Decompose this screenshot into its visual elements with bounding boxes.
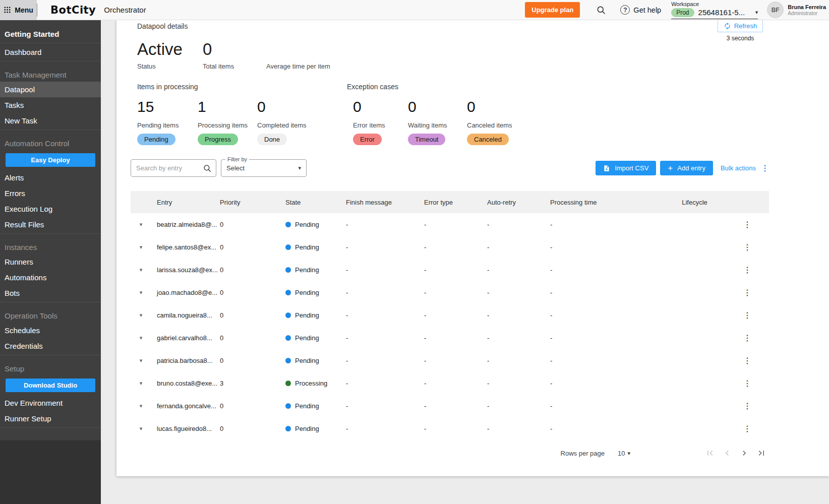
table-row[interactable]: ▾ camila.nogueira8... 0 Pending - - - - … — [131, 304, 769, 327]
table-row[interactable]: ▾ bruno.costa8@exe... 3 Processing - - -… — [131, 372, 769, 395]
top-bar: Menu BotCity Orchestrator Upgrade plan ?… — [0, 0, 829, 20]
table-row[interactable]: ▾ gabriel.carvalho8... 0 Pending - - - -… — [131, 327, 769, 349]
menu-button[interactable]: Menu — [0, 0, 37, 20]
sidebar-section-instances: Instances — [0, 235, 101, 254]
sidebar-item-schedules[interactable]: Schedules — [0, 323, 101, 338]
sidebar-item-alerts[interactable]: Alerts — [0, 170, 101, 185]
row-actions-kebab-icon[interactable]: ⋮ — [743, 289, 751, 297]
workspace-select[interactable]: Workspace Prod 25648161-5... ▾ — [671, 1, 758, 19]
row-entry: felipe.santos8@ex... — [151, 243, 214, 251]
sidebar-item-result-files[interactable]: Result Files — [0, 217, 101, 232]
refresh-interval: 3 seconds — [718, 35, 763, 42]
botcity-logo[interactable]: BotCity — [50, 4, 96, 16]
row-actions-kebab-icon[interactable]: ⋮ — [743, 266, 751, 274]
row-error-type: - — [419, 357, 482, 364]
table-row[interactable]: ▾ fernanda.goncalve... 0 Pending - - - -… — [131, 395, 769, 417]
get-help-button[interactable]: ? Get help — [620, 5, 661, 15]
sidebar-item-execution-log[interactable]: Execution Log — [0, 201, 101, 217]
row-expand-caret-icon[interactable]: ▾ — [140, 244, 143, 250]
rows-per-page-select[interactable]: 10 ▾ — [618, 450, 630, 457]
sidebar-item-errors[interactable]: Errors — [0, 185, 101, 201]
search-icon[interactable] — [596, 5, 606, 15]
row-actions-kebab-icon[interactable]: ⋮ — [743, 311, 751, 320]
status-badge-progress: Progress — [198, 134, 238, 145]
datapool-details-card: Datapool details Refresh 3 seconds Activ… — [116, 20, 829, 476]
table-row[interactable]: ▾ larissa.souza8@ex... 0 Pending - - - -… — [131, 259, 769, 281]
table-row[interactable]: ▾ felipe.santos8@ex... 0 Pending - - - -… — [131, 236, 769, 259]
first-page-button[interactable] — [705, 448, 715, 458]
row-error-type: - — [419, 266, 482, 274]
table-body: ▾ beatriz.almeida8@... 0 Pending - - - -… — [131, 213, 769, 440]
import-csv-button[interactable]: Import CSV — [596, 161, 656, 175]
row-actions-kebab-icon[interactable]: ⋮ — [743, 334, 751, 342]
user-menu[interactable]: BF Bruna Ferreira Administrator — [767, 2, 826, 18]
sidebar-item-new-task[interactable]: New Task — [0, 113, 101, 129]
row-expand-caret-icon[interactable]: ▾ — [140, 267, 143, 273]
stat-label: Completed items — [257, 121, 343, 129]
stat-error-items: 0 Error items Error — [353, 97, 408, 145]
row-actions-kebab-icon[interactable]: ⋮ — [743, 402, 751, 410]
row-expand-caret-icon[interactable]: ▾ — [140, 335, 143, 341]
app-name: Orchestrator — [104, 6, 146, 14]
state-label: Pending — [295, 243, 319, 251]
row-expand-caret-icon[interactable]: ▾ — [140, 425, 143, 431]
sidebar-item-dashboard[interactable]: Dashboard — [0, 44, 101, 60]
search-icon[interactable] — [203, 164, 212, 173]
state-label: Processing — [295, 380, 327, 387]
stat-label: Canceled items — [467, 121, 527, 129]
refresh-button[interactable]: Refresh — [718, 20, 763, 32]
row-entry: lucas.figueiredo8... — [151, 425, 214, 432]
download-studio-button[interactable]: Download Studio — [6, 379, 95, 392]
table-row[interactable]: ▾ lucas.figueiredo8... 0 Pending - - - -… — [131, 417, 769, 440]
bulk-actions-button[interactable]: Bulk actions — [721, 164, 756, 172]
row-expand-caret-icon[interactable]: ▾ — [140, 289, 143, 295]
row-state: Pending — [280, 266, 340, 274]
sidebar-item-automations[interactable]: Automations — [0, 270, 101, 285]
row-expand-caret-icon[interactable]: ▾ — [140, 312, 143, 318]
next-page-button[interactable] — [739, 448, 749, 458]
state-label: Pending — [295, 221, 319, 228]
table-row[interactable]: ▾ patricia.barbosa8... 0 Pending - - - -… — [131, 349, 769, 372]
help-icon: ? — [620, 5, 630, 15]
sidebar-item-tasks[interactable]: Tasks — [0, 97, 101, 113]
row-actions-kebab-icon[interactable]: ⋮ — [743, 425, 751, 433]
row-actions-kebab-icon[interactable]: ⋮ — [743, 357, 751, 365]
row-auto-retry: - — [482, 334, 545, 342]
last-page-button[interactable] — [756, 448, 766, 458]
add-entry-label: Add entry — [677, 164, 705, 172]
sidebar-item-bots[interactable]: Bots — [0, 285, 101, 301]
sidebar-item-runners[interactable]: Runners — [0, 254, 101, 270]
column-header-priority: Priority — [214, 199, 280, 206]
row-finish-message: - — [340, 243, 419, 251]
row-actions-kebab-icon[interactable]: ⋮ — [743, 221, 751, 229]
previous-page-button[interactable] — [722, 448, 732, 458]
search-input[interactable] — [136, 164, 203, 172]
sidebar-item-getting-started[interactable]: Getting Started — [0, 26, 101, 42]
row-actions-kebab-icon[interactable]: ⋮ — [743, 243, 751, 251]
sidebar-item-dev-environment[interactable]: Dev Environment — [0, 395, 101, 411]
sidebar-section-operation-tools: Operation Tools — [0, 303, 101, 323]
sidebar-item-datapool[interactable]: Datapool — [0, 82, 101, 97]
row-state: Pending — [280, 221, 340, 228]
row-expand-caret-icon[interactable]: ▾ — [140, 403, 143, 409]
stat-value: 0 — [467, 97, 527, 117]
row-auto-retry: - — [482, 311, 545, 319]
avg-time-value — [266, 38, 330, 60]
sidebar-divider — [0, 302, 101, 302]
add-entry-button[interactable]: + Add entry — [660, 161, 713, 175]
bulk-actions-kebab-icon[interactable]: ⋮ — [761, 164, 769, 172]
row-actions-kebab-icon[interactable]: ⋮ — [743, 380, 751, 388]
table-row[interactable]: ▾ joao.machado8@e... 0 Pending - - - - ⋮ — [131, 281, 769, 304]
table-row[interactable]: ▾ beatriz.almeida8@... 0 Pending - - - -… — [131, 213, 769, 236]
easy-deploy-button[interactable]: Easy Deploy — [6, 153, 95, 167]
row-entry: patricia.barbosa8... — [151, 357, 214, 364]
row-expand-caret-icon[interactable]: ▾ — [140, 380, 143, 386]
row-entry: gabriel.carvalho8... — [151, 334, 214, 342]
sidebar-item-runner-setup[interactable]: Runner Setup — [0, 411, 101, 426]
upgrade-plan-button[interactable]: Upgrade plan — [525, 2, 580, 18]
row-expand-caret-icon[interactable]: ▾ — [140, 221, 143, 227]
sidebar-item-credentials[interactable]: Credentials — [0, 338, 101, 354]
row-expand-caret-icon[interactable]: ▾ — [140, 357, 143, 363]
filter-by-select[interactable]: Filter by Select ▾ — [221, 159, 307, 177]
row-finish-message: - — [340, 380, 419, 387]
